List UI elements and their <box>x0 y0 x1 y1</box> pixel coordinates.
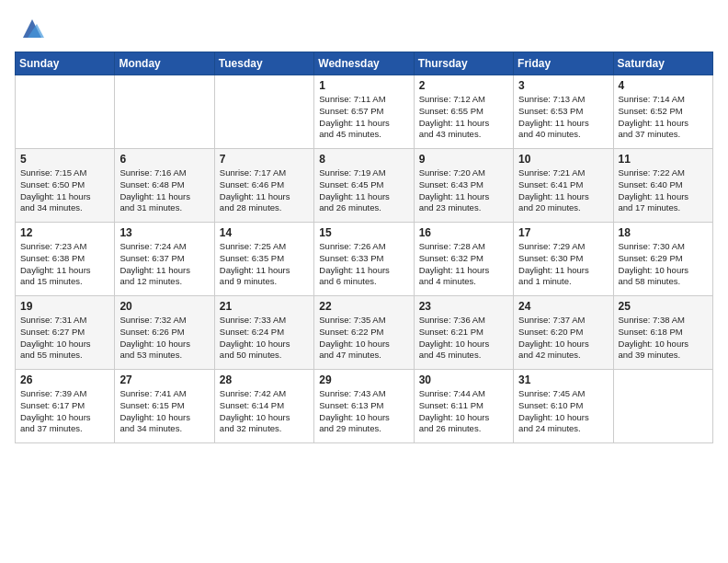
calendar-cell: 8Sunrise: 7:19 AM Sunset: 6:45 PM Daylig… <box>314 149 414 223</box>
weekday-header-wednesday: Wednesday <box>314 52 414 75</box>
logo <box>15 15 46 42</box>
day-number: 2 <box>419 79 508 92</box>
day-info: Sunrise: 7:45 AM Sunset: 6:10 PM Dayligh… <box>518 388 608 435</box>
day-number: 11 <box>619 153 708 166</box>
day-info: Sunrise: 7:13 AM Sunset: 6:53 PM Dayligh… <box>518 94 608 141</box>
day-number: 30 <box>419 373 508 386</box>
day-number: 6 <box>119 153 209 166</box>
day-number: 18 <box>619 226 708 239</box>
day-info: Sunrise: 7:32 AM Sunset: 6:26 PM Dayligh… <box>119 315 209 362</box>
day-number: 28 <box>220 373 309 386</box>
day-info: Sunrise: 7:36 AM Sunset: 6:21 PM Dayligh… <box>419 315 508 362</box>
day-info: Sunrise: 7:15 AM Sunset: 6:50 PM Dayligh… <box>20 167 109 214</box>
week-row-2: 5Sunrise: 7:15 AM Sunset: 6:50 PM Daylig… <box>16 149 713 223</box>
day-info: Sunrise: 7:43 AM Sunset: 6:13 PM Dayligh… <box>319 388 408 435</box>
day-info: Sunrise: 7:14 AM Sunset: 6:52 PM Dayligh… <box>619 94 708 141</box>
calendar-cell: 23Sunrise: 7:36 AM Sunset: 6:21 PM Dayli… <box>414 296 513 370</box>
day-info: Sunrise: 7:35 AM Sunset: 6:22 PM Dayligh… <box>319 315 408 362</box>
calendar-cell: 14Sunrise: 7:25 AM Sunset: 6:35 PM Dayli… <box>214 223 313 296</box>
day-info: Sunrise: 7:23 AM Sunset: 6:38 PM Dayligh… <box>20 241 109 288</box>
day-info: Sunrise: 7:30 AM Sunset: 6:29 PM Dayligh… <box>619 241 708 288</box>
weekday-row: SundayMondayTuesdayWednesdayThursdayFrid… <box>16 52 713 75</box>
calendar-cell: 15Sunrise: 7:26 AM Sunset: 6:33 PM Dayli… <box>314 223 414 296</box>
calendar-cell <box>115 75 214 149</box>
day-number: 20 <box>119 300 209 313</box>
calendar-cell <box>214 75 313 149</box>
day-number: 25 <box>619 300 708 313</box>
day-info: Sunrise: 7:21 AM Sunset: 6:41 PM Dayligh… <box>518 167 608 214</box>
header <box>15 15 713 42</box>
day-number: 21 <box>220 300 309 313</box>
calendar-cell: 31Sunrise: 7:45 AM Sunset: 6:10 PM Dayli… <box>514 370 613 443</box>
weekday-header-saturday: Saturday <box>613 52 712 75</box>
calendar-cell: 18Sunrise: 7:30 AM Sunset: 6:29 PM Dayli… <box>613 223 712 296</box>
calendar-cell: 3Sunrise: 7:13 AM Sunset: 6:53 PM Daylig… <box>514 75 613 149</box>
day-number: 16 <box>419 226 508 239</box>
day-number: 12 <box>20 226 109 239</box>
day-info: Sunrise: 7:28 AM Sunset: 6:32 PM Dayligh… <box>419 241 508 288</box>
day-info: Sunrise: 7:24 AM Sunset: 6:37 PM Dayligh… <box>119 241 209 288</box>
day-info: Sunrise: 7:17 AM Sunset: 6:46 PM Dayligh… <box>220 167 309 214</box>
week-row-3: 12Sunrise: 7:23 AM Sunset: 6:38 PM Dayli… <box>16 223 713 296</box>
day-number: 15 <box>319 226 408 239</box>
day-number: 10 <box>518 153 608 166</box>
day-number: 19 <box>20 300 109 313</box>
day-number: 14 <box>220 226 309 239</box>
calendar-cell: 19Sunrise: 7:31 AM Sunset: 6:27 PM Dayli… <box>16 296 115 370</box>
calendar-cell: 11Sunrise: 7:22 AM Sunset: 6:40 PM Dayli… <box>613 149 712 223</box>
calendar-cell: 7Sunrise: 7:17 AM Sunset: 6:46 PM Daylig… <box>214 149 313 223</box>
day-number: 27 <box>119 373 209 386</box>
day-info: Sunrise: 7:41 AM Sunset: 6:15 PM Dayligh… <box>119 388 209 435</box>
calendar-cell: 20Sunrise: 7:32 AM Sunset: 6:26 PM Dayli… <box>115 296 214 370</box>
day-number: 1 <box>319 79 408 92</box>
calendar-cell: 1Sunrise: 7:11 AM Sunset: 6:57 PM Daylig… <box>314 75 414 149</box>
day-number: 13 <box>119 226 209 239</box>
day-number: 22 <box>319 300 408 313</box>
day-number: 3 <box>518 79 608 92</box>
week-row-4: 19Sunrise: 7:31 AM Sunset: 6:27 PM Dayli… <box>16 296 713 370</box>
day-number: 7 <box>220 153 309 166</box>
calendar-cell <box>16 75 115 149</box>
calendar-header: SundayMondayTuesdayWednesdayThursdayFrid… <box>16 52 713 75</box>
day-number: 23 <box>419 300 508 313</box>
page: SundayMondayTuesdayWednesdayThursdayFrid… <box>0 0 728 453</box>
day-number: 17 <box>518 226 608 239</box>
weekday-header-monday: Monday <box>115 52 214 75</box>
calendar: SundayMondayTuesdayWednesdayThursdayFrid… <box>15 52 713 443</box>
day-number: 4 <box>619 79 708 92</box>
day-number: 8 <box>319 153 408 166</box>
calendar-cell: 22Sunrise: 7:35 AM Sunset: 6:22 PM Dayli… <box>314 296 414 370</box>
calendar-cell: 30Sunrise: 7:44 AM Sunset: 6:11 PM Dayli… <box>414 370 513 443</box>
day-number: 9 <box>419 153 508 166</box>
day-info: Sunrise: 7:39 AM Sunset: 6:17 PM Dayligh… <box>20 388 109 435</box>
calendar-cell: 13Sunrise: 7:24 AM Sunset: 6:37 PM Dayli… <box>115 223 214 296</box>
calendar-cell: 26Sunrise: 7:39 AM Sunset: 6:17 PM Dayli… <box>16 370 115 443</box>
day-info: Sunrise: 7:11 AM Sunset: 6:57 PM Dayligh… <box>319 94 408 141</box>
day-number: 24 <box>518 300 608 313</box>
calendar-cell: 29Sunrise: 7:43 AM Sunset: 6:13 PM Dayli… <box>314 370 414 443</box>
day-number: 5 <box>20 153 109 166</box>
calendar-cell: 24Sunrise: 7:37 AM Sunset: 6:20 PM Dayli… <box>514 296 613 370</box>
calendar-cell: 4Sunrise: 7:14 AM Sunset: 6:52 PM Daylig… <box>613 75 712 149</box>
calendar-cell: 21Sunrise: 7:33 AM Sunset: 6:24 PM Dayli… <box>214 296 313 370</box>
day-number: 29 <box>319 373 408 386</box>
calendar-cell: 25Sunrise: 7:38 AM Sunset: 6:18 PM Dayli… <box>613 296 712 370</box>
logo-icon <box>18 15 46 42</box>
day-info: Sunrise: 7:33 AM Sunset: 6:24 PM Dayligh… <box>220 315 309 362</box>
weekday-header-tuesday: Tuesday <box>214 52 313 75</box>
weekday-header-friday: Friday <box>514 52 613 75</box>
week-row-1: 1Sunrise: 7:11 AM Sunset: 6:57 PM Daylig… <box>16 75 713 149</box>
day-number: 31 <box>518 373 608 386</box>
week-row-5: 26Sunrise: 7:39 AM Sunset: 6:17 PM Dayli… <box>16 370 713 443</box>
weekday-header-sunday: Sunday <box>16 52 115 75</box>
day-info: Sunrise: 7:38 AM Sunset: 6:18 PM Dayligh… <box>619 315 708 362</box>
day-info: Sunrise: 7:42 AM Sunset: 6:14 PM Dayligh… <box>220 388 309 435</box>
calendar-cell: 27Sunrise: 7:41 AM Sunset: 6:15 PM Dayli… <box>115 370 214 443</box>
calendar-cell <box>613 370 712 443</box>
day-number: 26 <box>20 373 109 386</box>
calendar-cell: 17Sunrise: 7:29 AM Sunset: 6:30 PM Dayli… <box>514 223 613 296</box>
calendar-cell: 16Sunrise: 7:28 AM Sunset: 6:32 PM Dayli… <box>414 223 513 296</box>
day-info: Sunrise: 7:19 AM Sunset: 6:45 PM Dayligh… <box>319 167 408 214</box>
calendar-cell: 28Sunrise: 7:42 AM Sunset: 6:14 PM Dayli… <box>214 370 313 443</box>
calendar-cell: 2Sunrise: 7:12 AM Sunset: 6:55 PM Daylig… <box>414 75 513 149</box>
